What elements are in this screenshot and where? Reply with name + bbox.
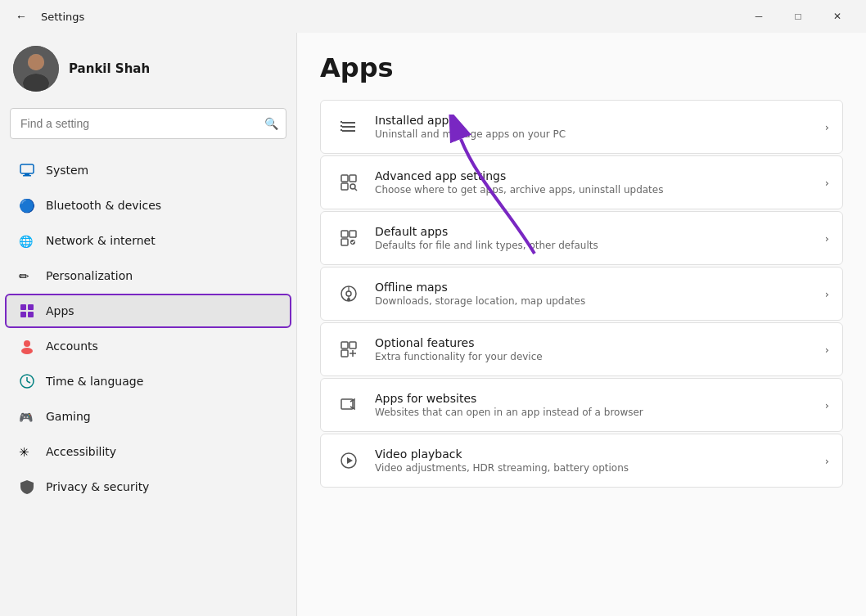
advanced-app-settings-text: Advanced app settings Choose where to ge… [375, 169, 819, 196]
user-name: Pankil Shah [69, 61, 150, 76]
settings-list: Installed apps Uninstall and manage apps… [320, 100, 843, 488]
settings-item-offline-maps[interactable]: Offline maps Downloads, storage location… [320, 267, 843, 321]
svg-rect-36 [341, 239, 348, 245]
settings-item-installed-apps[interactable]: Installed apps Uninstall and manage apps… [320, 100, 843, 154]
svg-rect-14 [28, 312, 34, 317]
svg-rect-45 [341, 350, 348, 357]
sidebar-item-time[interactable]: Time & language [5, 364, 291, 398]
sidebar-item-accessibility[interactable]: ✳️ Accessibility [5, 434, 291, 469]
installed-apps-text: Installed apps Uninstall and manage apps… [375, 114, 819, 140]
svg-rect-28 [341, 129, 342, 131]
video-playback-desc: Video adjustments, HDR streaming, batter… [375, 462, 819, 474]
system-icon [18, 161, 36, 179]
optional-features-desc: Extra functionality for your device [375, 351, 819, 362]
optional-features-icon [334, 335, 363, 364]
advanced-app-settings-title: Advanced app settings [375, 169, 819, 182]
avatar-image [13, 46, 59, 92]
video-playback-chevron: › [825, 455, 829, 467]
sidebar-item-network[interactable]: 🌐 Network & internet [5, 223, 291, 258]
sidebar-item-label-accounts: Accounts [46, 339, 98, 353]
svg-point-16 [21, 348, 33, 354]
sidebar-item-bluetooth[interactable]: 🔵 Bluetooth & devices [5, 188, 291, 223]
sidebar-item-label-time: Time & language [46, 375, 143, 388]
avatar [13, 46, 59, 92]
close-button[interactable]: ✕ [819, 3, 856, 29]
video-playback-icon [334, 446, 363, 475]
svg-rect-44 [350, 342, 356, 348]
settings-item-video-playback[interactable]: Video playback Video adjustments, HDR st… [320, 434, 843, 488]
svg-text:✳️: ✳️ [19, 445, 29, 460]
optional-features-text: Optional features Extra functionality fo… [375, 336, 819, 362]
sidebar-item-label-personalization: Personalization [46, 269, 133, 282]
settings-item-default-apps[interactable]: Default apps Defaults for file and link … [320, 211, 843, 265]
sidebar: Pankil Shah 🔍 System 🔵 Bluetooth & devic… [0, 33, 296, 616]
minimize-button[interactable]: ─ [740, 3, 778, 29]
svg-rect-34 [341, 231, 348, 237]
network-icon: 🌐 [18, 232, 36, 250]
svg-rect-7 [23, 175, 31, 177]
svg-point-32 [350, 184, 355, 189]
search-box: 🔍 [10, 108, 286, 139]
apps-for-websites-chevron: › [825, 399, 829, 411]
sidebar-item-label-privacy: Privacy & security [46, 480, 149, 493]
svg-rect-13 [20, 312, 26, 317]
bluetooth-icon: 🔵 [18, 196, 36, 214]
privacy-icon [18, 478, 36, 496]
sidebar-item-system[interactable]: System [5, 153, 291, 187]
sidebar-item-gaming[interactable]: 🎮 Gaming [5, 399, 291, 434]
svg-rect-11 [20, 304, 26, 310]
sidebar-item-label-accessibility: Accessibility [46, 445, 116, 458]
personalization-icon: ✏️ [18, 267, 36, 285]
settings-item-apps-for-websites[interactable]: Apps for websites Websites that can open… [320, 378, 843, 432]
svg-line-19 [27, 381, 30, 383]
default-apps-icon [334, 223, 363, 253]
maximize-button[interactable]: □ [779, 3, 817, 29]
svg-point-39 [346, 291, 351, 296]
app-body: Pankil Shah 🔍 System 🔵 Bluetooth & devic… [0, 33, 866, 616]
svg-rect-12 [28, 304, 34, 310]
sidebar-item-privacy[interactable]: Privacy & security [5, 470, 291, 504]
optional-features-title: Optional features [375, 336, 819, 349]
user-profile: Pankil Shah [0, 33, 296, 101]
accounts-icon [18, 337, 36, 355]
svg-text:✏️: ✏️ [19, 269, 29, 284]
sidebar-item-accounts[interactable]: Accounts [5, 329, 291, 363]
advanced-app-settings-chevron: › [825, 177, 829, 189]
svg-line-33 [355, 189, 358, 191]
svg-rect-31 [341, 183, 348, 190]
settings-item-advanced-app-settings[interactable]: Advanced app settings Choose where to ge… [320, 155, 843, 209]
offline-maps-desc: Downloads, storage location, map updates [375, 295, 819, 307]
svg-point-15 [24, 340, 30, 347]
svg-marker-50 [347, 457, 353, 464]
offline-maps-chevron: › [825, 288, 829, 300]
sidebar-nav: System 🔵 Bluetooth & devices 🌐 Network &… [0, 149, 296, 616]
svg-rect-27 [341, 125, 342, 127]
sidebar-item-apps[interactable]: Apps [5, 294, 291, 328]
search-input[interactable] [10, 108, 286, 139]
apps-for-websites-title: Apps for websites [375, 392, 819, 405]
offline-maps-text: Offline maps Downloads, storage location… [375, 281, 819, 307]
apps-icon [18, 302, 36, 320]
settings-item-optional-features[interactable]: Optional features Extra functionality fo… [320, 322, 843, 376]
svg-text:🔵: 🔵 [19, 198, 35, 214]
default-apps-text: Default apps Defaults for file and link … [375, 225, 819, 251]
installed-apps-desc: Uninstall and manage apps on your PC [375, 128, 819, 140]
video-playback-title: Video playback [375, 447, 819, 461]
svg-rect-6 [25, 173, 29, 175]
default-apps-title: Default apps [375, 225, 819, 238]
sidebar-item-label-system: System [46, 164, 88, 177]
titlebar: ← Settings ─ □ ✕ [0, 0, 866, 33]
default-apps-chevron: › [825, 232, 829, 245]
video-playback-text: Video playback Video adjustments, HDR st… [375, 447, 819, 474]
svg-rect-5 [20, 164, 34, 173]
installed-apps-icon [334, 112, 363, 142]
back-button[interactable]: ← [10, 5, 33, 28]
page-title: Apps [320, 52, 843, 83]
accessibility-icon: ✳️ [18, 443, 36, 461]
svg-rect-35 [350, 231, 356, 237]
time-icon [18, 372, 36, 390]
offline-maps-icon [334, 279, 363, 308]
optional-features-chevron: › [825, 344, 829, 356]
sidebar-item-personalization[interactable]: ✏️ Personalization [5, 259, 291, 293]
gaming-icon: 🎮 [18, 407, 36, 425]
